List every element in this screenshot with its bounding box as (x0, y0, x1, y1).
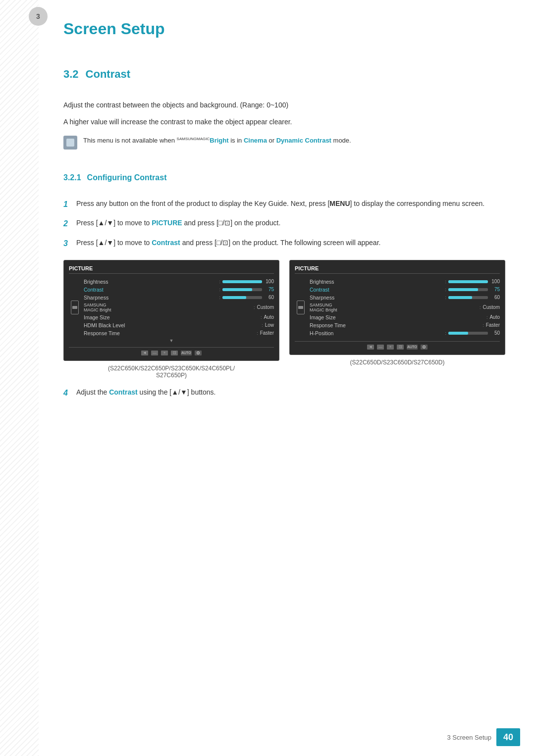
subsection-3-2-1: 3.2.1 Configuring Contrast 1 Press any b… (63, 161, 505, 399)
magic-label: MAGIC (197, 136, 210, 141)
bright-label: Bright (210, 137, 228, 144)
note-box: This menu is not available when SAMSUNGM… (63, 136, 505, 150)
footer-r-btn-3: + (387, 345, 394, 350)
footer-r-btn-auto: AUTO (407, 345, 418, 350)
footer-r-btn-4: ⊡ (397, 345, 404, 350)
row-r-response-time: Response Time : Faster (310, 321, 500, 329)
dynamic-contrast-label: Dynamic Contrast (276, 137, 331, 144)
menu-keyword: MENU (329, 200, 350, 207)
note-icon (63, 136, 77, 150)
footer-btn-3: + (161, 351, 168, 355)
contrast-keyword: Contrast (152, 239, 180, 247)
step-1: 1 Press any button on the front of the p… (63, 198, 505, 211)
row-r-magic-bright: SAMSUNGMAGIC Bright : Custom (310, 302, 500, 313)
body-text-2: A higher value will increase the contras… (63, 116, 505, 127)
screen-right-header: PICTURE (295, 265, 500, 274)
footer-r-btn-1: ◄ (367, 345, 374, 350)
step-3: 3 Press [▲/▼] to move to Contrast and pr… (63, 237, 505, 250)
subsection-title: Configuring Contrast (87, 173, 167, 182)
row-hdmi-black: HDMI Black Level : Low (84, 321, 274, 329)
screen-left-header: PICTURE (69, 265, 274, 274)
page-title: Screen Setup (63, 15, 505, 38)
footer-section-label: 3 Screen Setup (447, 734, 491, 741)
subsection-number: 3.2.1 (63, 173, 81, 182)
screen-left-caption: (S22C650K/S22C650P/S23C650K/S24C650PL/S2… (108, 365, 235, 379)
screens-row: PICTURE Brightness (63, 260, 505, 379)
step4-list: 4 Adjust the Contrast using the [▲/▼] bu… (63, 387, 505, 400)
screen-left-container: PICTURE Brightness (63, 260, 279, 379)
footer-btn-2: — (151, 351, 158, 355)
screen-right-container: PICTURE Brightness (289, 260, 505, 379)
steps-list: 1 Press any button on the front of the p… (63, 198, 505, 250)
row-brightness: Brightness : 100 (84, 278, 274, 286)
row-r-image-size: Image Size : Auto (310, 313, 500, 321)
page-number: 40 (503, 732, 513, 743)
page-number-box: 40 (496, 728, 520, 746)
screen-right-footer: ◄ — + ⊡ AUTO ⚙ (295, 341, 500, 350)
footer-r-btn-gear: ⚙ (421, 345, 428, 350)
footer-btn-gear: ⚙ (195, 351, 202, 355)
footer-btn-4: ⊡ (171, 351, 178, 355)
contrast-step4-keyword: Contrast (109, 388, 138, 396)
cinema-label: Cinema (244, 137, 267, 144)
screen-right-caption: (S22C650D/S23C650D/S27C650D) (350, 359, 445, 366)
row-image-size: Image Size : Auto (84, 313, 274, 321)
step-2: 2 Press [▲/▼] to move to PICTURE and pre… (63, 217, 505, 230)
samsung-label: SAMSUNG (177, 136, 197, 141)
page-footer: 3 Screen Setup 40 (447, 728, 520, 746)
section-number: 3.2 (63, 68, 79, 81)
left-stripe-decoration (0, 0, 39, 756)
section-3-2: 3.2 Contrast Adjust the contrast between… (63, 68, 505, 399)
row-r-sharpness: Sharpness : 60 (310, 294, 500, 302)
row-magic-bright: SAMSUNGMAGIC Bright : Custom (84, 302, 274, 313)
footer-r-btn-2: — (377, 345, 384, 350)
step-4: 4 Adjust the Contrast using the [▲/▼] bu… (63, 387, 505, 400)
footer-btn-1: ◄ (141, 351, 148, 355)
row-response-time: Response Time : Faster (84, 329, 274, 337)
note-text: This menu is not available when SAMSUNGM… (83, 136, 351, 146)
screen-left-footer: ◄ — + ⊡ AUTO ⚙ (69, 347, 274, 355)
row-sharpness: Sharpness : 60 (84, 294, 274, 302)
screen-left: PICTURE Brightness (63, 260, 279, 361)
footer-btn-auto: AUTO (181, 351, 192, 355)
section-title: Contrast (86, 68, 130, 81)
screen-right: PICTURE Brightness (289, 260, 505, 355)
row-r-h-position: H-Position : 50 (310, 329, 500, 337)
picture-keyword: PICTURE (152, 219, 182, 227)
row-r-contrast: Contrast : 75 (310, 286, 500, 294)
row-r-brightness: Brightness : 100 (310, 278, 500, 286)
body-text-1: Adjust the contrast between the objects … (63, 100, 505, 110)
row-contrast: Contrast : 75 (84, 286, 274, 294)
